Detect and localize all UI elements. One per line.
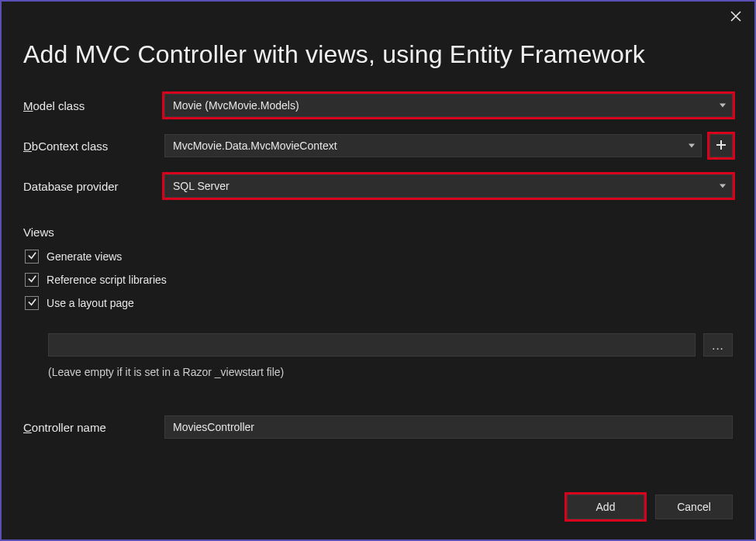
browse-layout-button[interactable]: ...	[703, 333, 733, 357]
views-section-label: Views	[23, 226, 733, 239]
database-provider-value: SQL Server	[173, 180, 230, 192]
close-icon	[730, 11, 741, 24]
generate-views-checkbox[interactable]	[25, 250, 39, 264]
reference-scripts-checkbox[interactable]	[25, 273, 39, 287]
label-controller-name: Controller name	[23, 421, 164, 434]
dbcontext-dropdown[interactable]: MvcMovie.Data.MvcMovieContext	[164, 134, 702, 157]
layout-path-input[interactable]	[48, 333, 696, 357]
chevron-down-icon	[720, 104, 726, 108]
add-dbcontext-button[interactable]	[709, 134, 733, 157]
model-class-value: Movie (MvcMovie.Models)	[173, 99, 299, 112]
check-icon	[27, 297, 37, 309]
use-layout-label: Use a layout page	[47, 297, 134, 309]
plus-icon	[716, 140, 727, 153]
dbcontext-value: MvcMovie.Data.MvcMovieContext	[173, 140, 337, 152]
dialog-root: Add MVC Controller with views, using Ent…	[2, 2, 754, 539]
dialog-title: Add MVC Controller with views, using Ent…	[23, 40, 733, 69]
layout-hint: (Leave empty if it is set in a Razor _vi…	[48, 366, 733, 378]
chevron-down-icon	[720, 184, 726, 188]
check-icon	[27, 274, 37, 286]
checkbox-use-layout: Use a layout page	[25, 296, 733, 310]
check-icon	[27, 250, 37, 263]
generate-views-label: Generate views	[47, 250, 122, 263]
model-class-dropdown[interactable]: Movie (MvcMovie.Models)	[164, 94, 733, 117]
checkbox-reference-scripts: Reference script libraries	[25, 273, 733, 287]
label-database-provider: Database provider	[23, 180, 164, 193]
controller-name-input[interactable]	[164, 415, 733, 439]
row-model-class: Model class Movie (MvcMovie.Models)	[23, 94, 733, 117]
dialog-button-row: Add Cancel	[23, 494, 733, 524]
use-layout-checkbox[interactable]	[25, 296, 39, 310]
close-button[interactable]	[725, 6, 747, 28]
row-controller-name: Controller name	[23, 415, 733, 439]
reference-scripts-label: Reference script libraries	[47, 274, 167, 286]
layout-path-row: ...	[48, 333, 733, 357]
database-provider-dropdown[interactable]: SQL Server	[164, 174, 733, 198]
row-dbcontext-class: DbContext class MvcMovie.Data.MvcMovieCo…	[23, 134, 733, 157]
cancel-button[interactable]: Cancel	[655, 494, 733, 519]
label-dbcontext-class: DbContext class	[23, 140, 164, 153]
label-model-class: Model class	[23, 99, 164, 112]
chevron-down-icon	[689, 144, 695, 148]
add-button[interactable]: Add	[567, 494, 644, 519]
row-database-provider: Database provider SQL Server	[23, 174, 733, 198]
checkbox-generate-views: Generate views	[25, 250, 733, 264]
